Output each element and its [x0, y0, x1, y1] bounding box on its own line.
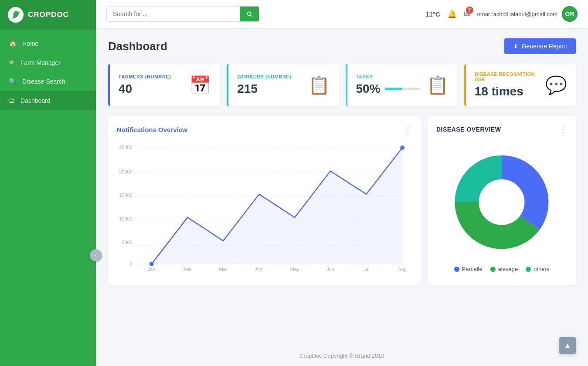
disease-icon: 💬 [545, 75, 567, 95]
logo-icon [8, 7, 24, 23]
stat-label-disease: DISEASE RECOGNITION USE [475, 71, 545, 82]
workers-icon: 📋 [308, 75, 330, 95]
avatar[interactable]: OR [562, 6, 578, 22]
stat-label-workers: WORKERS (NUMBRE) [237, 74, 291, 79]
stat-card-farmers: FARMERS (NUMBRE) 40 📅 [108, 64, 220, 106]
user-email: omar.rachidi.lalaoui@gmail.com [477, 11, 557, 17]
svg-text:Mar: Mar [219, 267, 227, 272]
download-icon: ⬇ [513, 43, 518, 50]
sidebar-item-dashboard[interactable]: 🗂 Dashboard [0, 91, 96, 110]
footer-text: CropDoc Copyright © Brand 2019 [299, 352, 384, 359]
chevron-up-icon: ▲ [564, 341, 571, 350]
svg-text:Jan: Jan [148, 267, 156, 272]
sidebar-item-diseasesearch[interactable]: 🔍 Disease Search [0, 72, 96, 91]
search-icon [246, 10, 253, 17]
legend-item-elevage: elevage [490, 266, 518, 272]
sidebar-logo: CROPDOC [0, 0, 96, 30]
svg-text:Apr: Apr [255, 267, 263, 272]
svg-text:Jul: Jul [363, 267, 369, 272]
donut-wrapper: Parcelle elevage others [436, 141, 567, 277]
tasks-progress-fill [385, 88, 402, 90]
legend-dot-others [526, 267, 531, 272]
stat-card-workers: WORKERS (NUMBRE) 215 📋 [227, 64, 338, 106]
svg-text:10000: 10000 [119, 216, 132, 221]
svg-text:15000: 15000 [119, 193, 132, 198]
search-input[interactable] [107, 7, 240, 21]
farmers-icon: 📅 [189, 75, 211, 95]
header-user: omar.rachidi.lalaoui@gmail.com OR [477, 6, 578, 22]
notifications-chart-card: Notifications Overview ⋮ .grid-line { st… [108, 116, 421, 285]
sidebar-item-label-home: Home [22, 40, 38, 47]
stat-label-farmers: FARMERS (NUMBRE) [119, 74, 171, 79]
header-icons: 🔔 ✉ 7 [447, 9, 470, 19]
mail-icon-wrapper[interactable]: ✉ 7 [464, 9, 470, 19]
main-content: 11°C 🔔 ✉ 7 omar.rachidi.lalaoui@gmail.co… [96, 0, 588, 366]
notification-bell[interactable]: 🔔 [447, 9, 457, 19]
search-icon: 🔍 [9, 78, 17, 85]
stat-card-tasks: TASKS 50% 📋 [346, 64, 457, 106]
mail-badge: 7 [466, 7, 473, 14]
sidebar-item-farmmanager[interactable]: 👁 Farm Manager [0, 53, 96, 72]
scroll-top-button[interactable]: ▲ [559, 337, 576, 354]
svg-text:Aug: Aug [398, 267, 406, 272]
sidebar-item-label-farmmanager: Farm Manager [20, 59, 61, 66]
generate-btn-label: Generate Report [522, 43, 567, 50]
line-chart-svg: .grid-line { stroke: #e8eaf0; stroke-wid… [117, 141, 412, 272]
sidebar-collapse-button[interactable]: ‹ [90, 249, 102, 261]
header: 11°C 🔔 ✉ 7 omar.rachidi.lalaoui@gmail.co… [96, 0, 588, 28]
disease-chart-card: DISEASE Overview ⋮ [428, 116, 576, 285]
svg-text:25000: 25000 [119, 145, 132, 150]
svg-text:Jun: Jun [326, 267, 334, 272]
legend-label-others: others [534, 266, 549, 272]
svg-text:5000: 5000 [122, 240, 132, 245]
page-title: Dashboard [108, 40, 167, 53]
app-name: CROPDOC [28, 10, 69, 19]
disease-chart-menu[interactable]: ⋮ [559, 125, 567, 134]
tasks-icon: 📋 [427, 75, 449, 95]
tasks-progress-bar [385, 88, 420, 90]
stat-value-tasks: 50% [356, 82, 381, 96]
collapse-icon: ‹ [95, 252, 97, 258]
generate-report-button[interactable]: ⬇ Generate Report [504, 38, 576, 54]
stat-value-disease: 18 times [475, 85, 545, 98]
chart-point-jan [150, 262, 154, 266]
legend-dot-parcelle [454, 267, 459, 272]
temperature-display: 11°C [425, 10, 440, 18]
legend-item-others: others [526, 266, 549, 272]
donut-legend: Parcelle elevage others [454, 266, 550, 272]
charts-row: Notifications Overview ⋮ .grid-line { st… [108, 116, 576, 285]
search-bar[interactable] [106, 6, 259, 22]
eye-icon: 👁 [9, 59, 15, 66]
home-icon: 🏠 [9, 40, 17, 47]
legend-dot-elevage [490, 267, 496, 272]
notifications-chart-title: Notifications Overview [117, 126, 187, 133]
dashboard-header: Dashboard ⬇ Generate Report [108, 38, 576, 54]
dashboard-icon: 🗂 [9, 97, 15, 104]
bell-icon: 🔔 [447, 10, 457, 18]
notifications-chart-menu[interactable]: ⋮ [404, 125, 412, 134]
chart-point-aug [400, 146, 404, 150]
legend-label-parcelle: Parcelle [462, 266, 483, 272]
search-button[interactable] [240, 7, 259, 21]
line-chart-wrapper: .grid-line { stroke: #e8eaf0; stroke-wid… [117, 141, 412, 272]
sidebar-item-label-diseasesearch: Disease Search [22, 78, 65, 85]
svg-text:20000: 20000 [119, 169, 132, 174]
svg-text:Feb: Feb [184, 267, 192, 272]
sidebar-item-home[interactable]: 🏠 Home [0, 34, 96, 53]
stat-label-tasks: TASKS [356, 74, 420, 79]
stat-card-disease: DISEASE RECOGNITION USE 18 times 💬 [464, 64, 576, 106]
footer: CropDoc Copyright © Brand 2019 [96, 346, 588, 366]
sidebar-item-label-dashboard: Dashboard [20, 97, 51, 104]
svg-text:May: May [290, 267, 299, 272]
svg-text:0: 0 [130, 261, 133, 266]
stats-grid: FARMERS (NUMBRE) 40 📅 WORKERS (NUMBRE) 2… [108, 64, 576, 106]
svg-point-24 [479, 180, 524, 225]
stat-value-farmers: 40 [119, 82, 171, 96]
dashboard-body: Dashboard ⬇ Generate Report FARMERS (NUM… [96, 28, 588, 346]
legend-label-elevage: elevage [498, 266, 518, 272]
legend-item-parcelle: Parcelle [454, 266, 483, 272]
donut-chart-svg [445, 146, 558, 259]
disease-chart-title: DISEASE Overview [436, 126, 501, 133]
stat-value-workers: 215 [237, 82, 291, 96]
sidebar-nav: 🏠 Home 👁 Farm Manager 🔍 Disease Search 🗂… [0, 30, 96, 110]
